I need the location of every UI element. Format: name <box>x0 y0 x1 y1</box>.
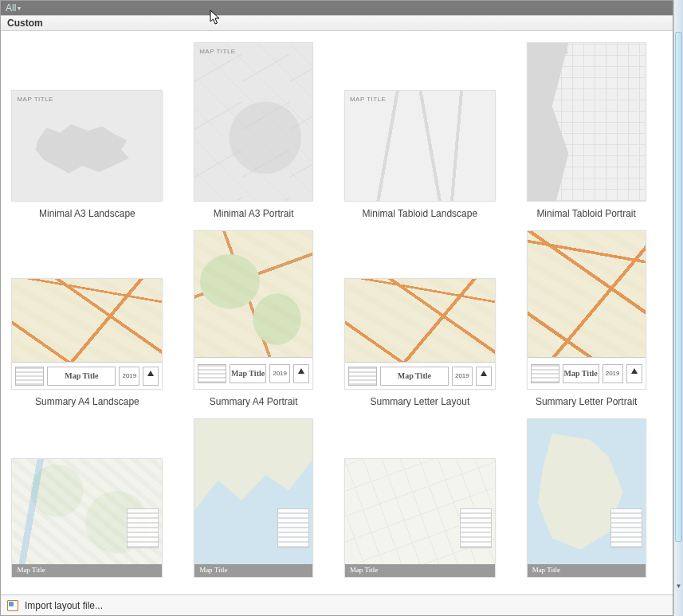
template-thumbnail: Map Title2019 <box>11 278 163 390</box>
template-thumbnail: Map Title2019 <box>194 230 313 390</box>
template-label: Minimal Tabloid Portrait <box>536 208 636 219</box>
template-item[interactable]: Map Title2019Summary A4 Landscape <box>4 224 171 407</box>
terrain-map-preview <box>345 459 495 564</box>
template-thumbnail: Map Title2019 <box>344 278 496 390</box>
summary-footer: Map Title2019 <box>12 362 162 389</box>
filter-label: All <box>6 2 16 14</box>
minimal-map-preview: MAP TITLE <box>528 43 646 201</box>
map-title-tag: MAP TITLE <box>199 48 236 55</box>
template-item[interactable]: Map TitleTitle Bar Letter Landscape <box>337 412 504 581</box>
summary-footer: Map Title2019 <box>528 357 646 389</box>
legend-overlay <box>460 508 492 548</box>
template-label: Summary Letter Portrait <box>536 396 637 407</box>
map-title-box: Map Title <box>563 364 599 383</box>
street-map-preview <box>345 279 495 362</box>
template-item[interactable]: MAP TITLEMinimal A3 Landscape <box>4 36 171 219</box>
template-label: Summary A4 Landscape <box>35 396 139 407</box>
map-title-box: Map Title <box>380 367 449 386</box>
year-box: 2019 <box>269 364 290 383</box>
legend-icon <box>15 367 44 386</box>
template-thumbnail: Map Title <box>194 418 313 578</box>
filter-bar[interactable]: All ▾ <box>1 1 673 15</box>
section-header: Custom <box>1 15 673 31</box>
template-item[interactable]: MAP TITLEMinimal Tabloid Portrait <box>503 36 669 219</box>
legend-overlay <box>610 508 642 548</box>
legend-icon <box>348 367 377 386</box>
template-item[interactable]: Map TitleTitle Bar A4 Portrait <box>171 412 337 581</box>
minimal-map-preview: MAP TITLE <box>12 91 162 201</box>
legend-overlay <box>277 508 309 548</box>
template-label: Minimal A3 Portrait <box>214 208 294 219</box>
import-layout-button[interactable]: Import layout file... <box>1 594 673 615</box>
template-thumbnail: MAP TITLE <box>11 90 163 202</box>
template-item[interactable]: Map Title2019Summary Letter Layout <box>337 224 504 407</box>
map-title-box: Map Title <box>230 364 266 383</box>
title-strip: Map Title <box>12 564 162 577</box>
template-thumbnail: Map Title2019 <box>527 230 646 390</box>
north-arrow-icon <box>626 364 642 383</box>
terrain-map-preview <box>12 459 162 564</box>
street-map-preview <box>528 231 646 357</box>
chevron-down-icon: ▾ <box>18 5 21 12</box>
scrollbar-down-icon[interactable]: ▼ <box>674 581 683 590</box>
scrollbar-thumb[interactable] <box>675 32 682 542</box>
template-item[interactable]: Map TitleTitle Bar Letter Portrait <box>503 412 669 581</box>
title-strip: Map Title <box>345 564 495 577</box>
map-title-tag: MAP TITLE <box>17 96 53 103</box>
template-grid-scroll[interactable]: MAP TITLEMinimal A3 LandscapeMAP TITLEMi… <box>1 31 673 581</box>
north-arrow-icon <box>476 367 492 386</box>
minimal-map-preview: MAP TITLE <box>345 91 495 201</box>
template-thumbnail: Map Title <box>344 458 496 578</box>
year-box: 2019 <box>119 367 139 386</box>
legend-icon <box>531 364 559 383</box>
import-file-icon <box>7 600 18 611</box>
layout-gallery-panel: All ▾ Custom MAP TITLEMinimal A3 Landsca… <box>0 0 673 616</box>
map-title-tag: MAP TITLE <box>350 96 387 103</box>
template-item[interactable]: Map TitleTitle Bar A4 Landscape <box>4 412 171 581</box>
north-arrow-icon <box>143 367 159 386</box>
template-thumbnail: MAP TITLE <box>527 42 646 202</box>
template-label: Minimal Tabloid Landscape <box>363 208 478 219</box>
template-thumbnail: MAP TITLE <box>194 42 313 202</box>
template-thumbnail: Map Title <box>11 458 163 578</box>
template-item[interactable]: Map Title2019Summary A4 Portrait <box>171 224 337 407</box>
map-title-tag: MAP TITLE <box>532 48 569 55</box>
street-map-preview <box>12 279 162 362</box>
terrain-map-preview <box>528 419 646 564</box>
legend-overlay <box>127 508 159 548</box>
import-layout-label: Import layout file... <box>25 600 103 611</box>
template-item[interactable]: MAP TITLEMinimal Tabloid Landscape <box>337 36 504 219</box>
template-label: Summary Letter Layout <box>371 396 470 407</box>
year-box: 2019 <box>452 367 473 386</box>
map-title-box: Map Title <box>47 367 116 386</box>
section-title: Custom <box>7 18 43 29</box>
north-arrow-icon <box>293 364 309 383</box>
title-strip: Map Title <box>528 564 646 577</box>
template-label: Minimal A3 Landscape <box>39 208 135 219</box>
template-item[interactable]: MAP TITLEMinimal A3 Portrait <box>171 36 337 219</box>
template-thumbnail: MAP TITLE <box>344 90 496 202</box>
title-strip: Map Title <box>194 564 312 577</box>
terrain-map-preview <box>194 419 312 564</box>
year-box: 2019 <box>603 364 623 383</box>
vertical-scrollbar[interactable]: ▼ <box>673 0 683 616</box>
legend-icon <box>198 364 226 383</box>
template-label: Summary A4 Portrait <box>210 396 298 407</box>
template-thumbnail: Map Title <box>527 418 646 578</box>
template-grid: MAP TITLEMinimal A3 LandscapeMAP TITLEMi… <box>1 31 673 581</box>
summary-footer: Map Title2019 <box>194 357 312 389</box>
street-map-preview <box>194 231 312 357</box>
template-item[interactable]: Map Title2019Summary Letter Portrait <box>503 224 669 407</box>
summary-footer: Map Title2019 <box>345 362 495 389</box>
minimal-map-preview: MAP TITLE <box>194 43 312 201</box>
